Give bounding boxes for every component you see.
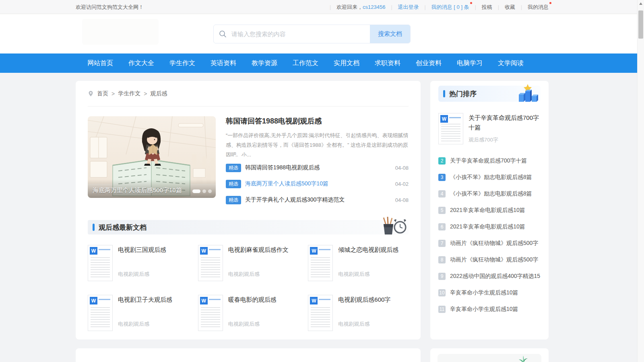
article-link[interactable]: 海底两万里个人读后感500字10篇 [245, 180, 328, 187]
latest-docs-section-header: 观后感最新文档 [88, 220, 409, 234]
hot-rank-title[interactable]: 关于辛亥革命观后感700字十篇 [450, 157, 527, 165]
featured-badge: 精选 [226, 164, 241, 172]
carousel-slide[interactable]: 海底两万里个人读后感500字10篇 [88, 116, 216, 198]
doc-item[interactable]: W 电视剧麻雀观后感作文电视剧观后感 [198, 245, 299, 281]
hot-top-title[interactable]: 关于辛亥革命观后感700字十篇 [469, 113, 541, 133]
hot-rank-top-item[interactable]: W 关于辛亥革命观后感700字十篇 观后感700字 [438, 113, 541, 144]
carousel-caption[interactable]: 海底两万里个人读后感500字10篇 [93, 187, 182, 194]
username-link[interactable]: cs123456 [363, 4, 385, 10]
featured-list-item[interactable]: 精选 韩国请回答1988电视剧观后感 04-08 [226, 160, 409, 176]
doc-title[interactable]: 电视剧三国观后感 [118, 246, 166, 254]
divider: | [521, 4, 522, 10]
article-link[interactable]: 韩国请回答1988电视剧观后感 [245, 164, 320, 171]
section-title: 观后感最新文档 [99, 223, 147, 232]
doc-title[interactable]: 暖春电影的观后感 [228, 296, 277, 304]
nav-item-teaching[interactable]: 教学资源 [244, 53, 285, 73]
article-date: 04-08 [389, 165, 409, 171]
doc-title[interactable]: 电视剧麻雀观后感作文 [228, 246, 289, 254]
hot-rank-title[interactable]: 2022感动中国的观后感400字精选15 [450, 273, 540, 280]
doc-category: 电视剧观后感 [118, 271, 166, 278]
search-icon [214, 25, 231, 43]
hot-rank-title[interactable]: 2021辛亥革命电影观后感10篇 [450, 207, 525, 214]
plant-icon [518, 355, 528, 362]
section-marker [443, 90, 445, 97]
doc-item[interactable]: W 电视剧卫子夫观后感电视剧观后感 [88, 295, 188, 331]
scrollbar-up-button[interactable] [638, 0, 644, 7]
word-icon: W [90, 247, 97, 255]
breadcrumb: 首页 > 学生作文 > 观后感 [88, 81, 409, 107]
featured-list-item[interactable]: 精选 海底两万里个人读后感500字10篇 04-02 [226, 176, 409, 192]
nav-item-practical-docs[interactable]: 实用文档 [326, 53, 367, 73]
doc-category: 电视剧观后感 [118, 321, 172, 328]
featured-badge: 精选 [226, 180, 241, 188]
breadcrumb-separator: > [144, 90, 147, 97]
doc-title[interactable]: 电视剧卫子夫观后感 [118, 296, 172, 304]
carousel-dot[interactable] [202, 189, 206, 193]
search-button[interactable]: 搜索文档 [370, 25, 410, 43]
rank-badge: 5 [438, 207, 446, 214]
doc-title[interactable]: 倾城之恋电视剧观后感 [338, 246, 398, 254]
notification-dot [470, 2, 472, 4]
breadcrumb-student-writing[interactable]: 学生作文 [118, 90, 140, 97]
favorites-link[interactable]: 收藏 [505, 4, 515, 11]
carousel-dot[interactable] [192, 189, 200, 193]
doc-item[interactable]: W 电视剧三国观后感电视剧观后感 [88, 245, 188, 281]
my-messages-link[interactable]: 我的消息 [528, 4, 549, 11]
featured-article-list: 精选 韩国请回答1988电视剧观后感 04-08 精选 海底两万里个人读后感50… [226, 160, 409, 208]
nav-item-essays[interactable]: 作文大全 [121, 53, 162, 73]
hot-rank-title[interactable]: 2021辛亥革命电影观后感10篇 [450, 223, 525, 230]
nav-item-home[interactable]: 网站首页 [80, 53, 121, 73]
hot-rank-title[interactable]: 《小孩不笨》励志电影观后感8篇 [450, 190, 532, 197]
hot-rank-item[interactable]: 92022感动中国的观后感400字精选15 [438, 268, 541, 284]
divider: | [391, 4, 392, 10]
messages-count-link[interactable]: 我的消息 [ 0 ] 条 [431, 4, 469, 11]
word-icon: W [90, 297, 97, 304]
hot-rank-item[interactable]: 62021辛亥革命电影观后感10篇 [438, 218, 541, 235]
rank-badge: 6 [438, 223, 446, 230]
site-header: 搜索文档 [0, 14, 644, 53]
notification-dot [549, 2, 551, 4]
word-doc-thumbnail: W [88, 295, 113, 331]
featured-list-item[interactable]: 精选 关于开学典礼个人观后感300字精选范文 04-08 [226, 192, 409, 208]
nav-item-startup[interactable]: 创业资料 [408, 53, 449, 73]
doc-item[interactable]: W 暖春电影的观后感电视剧观后感 [198, 295, 299, 331]
nav-item-literature[interactable]: 文学阅读 [490, 53, 531, 73]
featured-article-title[interactable]: 韩国请回答1988电视剧观后感 [226, 116, 409, 126]
logout-link[interactable]: 退出登录 [398, 4, 419, 11]
hot-rank-title[interactable]: 《小孩不笨》励志电影观后感8篇 [450, 174, 532, 181]
submit-article-link[interactable]: 投稿 [482, 4, 492, 11]
hot-top-subtitle: 观后感700字 [469, 136, 541, 144]
article-link[interactable]: 关于开学典礼个人观后感300字精选范文 [245, 196, 345, 204]
nav-item-student-writing[interactable]: 学生作文 [162, 53, 203, 73]
hot-rank-title[interactable]: 辛亥革命小学生观后感10篇 [450, 306, 518, 313]
topbar: 欢迎访问范文狗范文大全网！ | 欢迎回来，cs123456 | 退出登录 | 我… [0, 0, 644, 14]
scrollbar-thumb[interactable] [638, 10, 643, 39]
nav-item-work-docs[interactable]: 工作范文 [285, 53, 326, 73]
breadcrumb-home[interactable]: 首页 [97, 90, 108, 97]
site-logo[interactable] [82, 19, 159, 45]
featured-article-excerpt: “一部作品评价很高,无外乎几个原因:揭示时代特征、引起情感共鸣、表现细腻情感、构… [226, 131, 409, 156]
doc-item[interactable]: W 倾城之恋电视剧观后感电视剧观后感 [308, 245, 409, 281]
hot-rank-title[interactable]: 动画片《疯狂动物城》观后感500字 [450, 240, 538, 247]
hot-rank-item[interactable]: 3《小孩不笨》励志电影观后感8篇 [438, 169, 541, 185]
nav-item-english[interactable]: 英语资料 [203, 53, 244, 73]
hot-rank-item[interactable]: 8动画片《疯狂动物城》观后感500字 [438, 251, 541, 268]
search-box: 搜索文档 [213, 25, 411, 43]
doc-title[interactable]: 电视剧观后感600字 [338, 296, 390, 304]
divider: | [475, 4, 476, 10]
word-doc-thumbnail: W [198, 245, 223, 281]
nav-item-computer[interactable]: 电脑学习 [449, 53, 490, 73]
hot-rank-item[interactable]: 2关于辛亥革命观后感700字十篇 [438, 152, 541, 169]
carousel-dot[interactable] [208, 189, 212, 193]
hot-rank-item[interactable]: 7动画片《疯狂动物城》观后感500字 [438, 235, 541, 251]
featured-badge: 精选 [226, 196, 241, 204]
hot-rank-item[interactable]: 4《小孩不笨》励志电影观后感8篇 [438, 185, 541, 202]
hot-rank-title[interactable]: 动画片《疯狂动物城》观后感500字 [450, 256, 538, 263]
hot-rank-item[interactable]: 10辛亥革命小学生观后感10篇 [438, 284, 541, 301]
nav-item-job-seeking[interactable]: 求职资料 [367, 53, 408, 73]
doc-item[interactable]: W 电视剧观后感600字电视剧观后感 [308, 295, 409, 331]
hot-rank-item[interactable]: 52021辛亥革命电影观后感10篇 [438, 202, 541, 218]
search-input[interactable] [231, 25, 370, 43]
hot-rank-item[interactable]: 11辛亥革命小学生观后感10篇 [438, 301, 541, 317]
hot-rank-title[interactable]: 辛亥革命小学生观后感10篇 [450, 289, 518, 296]
